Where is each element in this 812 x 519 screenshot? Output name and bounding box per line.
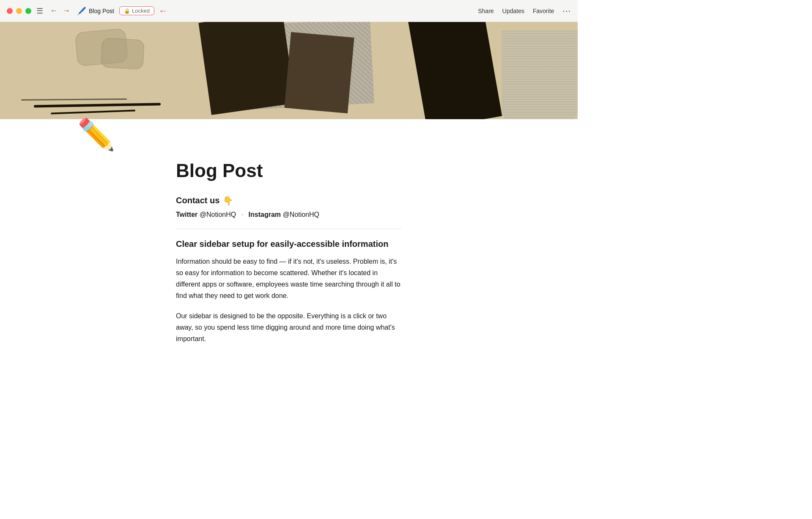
page-content: Blog Post Contact us 👇 Twitter @NotionHQ… <box>99 160 479 378</box>
instagram-handle: @NotionHQ <box>283 211 320 218</box>
contact-label: Contact us <box>176 196 219 205</box>
paragraph-2: Our sidebar is designed to be the opposi… <box>176 310 402 345</box>
lock-icon: 🔒 <box>124 8 130 14</box>
titlebar-page-title: Blog Post <box>89 8 114 14</box>
share-button[interactable]: Share <box>478 8 494 14</box>
locked-label: Locked <box>132 8 150 14</box>
contact-line: Contact us 👇 <box>176 196 402 206</box>
instagram-label: Instagram <box>249 211 281 218</box>
divider <box>176 229 402 229</box>
close-button[interactable] <box>7 8 13 14</box>
twitter-handle: @NotionHQ <box>200 211 236 218</box>
window-controls <box>7 8 31 14</box>
social-line: Twitter @NotionHQ · Instagram @NotionHQ <box>176 211 402 219</box>
paragraph-1: Information should be easy to find — if … <box>176 256 402 302</box>
nav-arrows: ← → <box>48 5 72 16</box>
page-icon-area: ✏️ <box>0 119 578 150</box>
maximize-button[interactable] <box>25 8 31 14</box>
cover-art <box>0 22 578 132</box>
contact-emoji: 👇 <box>223 196 233 206</box>
titlebar: ☰ ← → 🖊️ Blog Post 🔒 Locked ← Share Upda… <box>0 0 578 22</box>
cover-image <box>0 22 578 132</box>
updates-button[interactable]: Updates <box>502 8 524 14</box>
forward-button[interactable]: → <box>61 5 72 16</box>
twitter-label: Twitter <box>176 211 198 218</box>
menu-icon[interactable]: ☰ <box>36 6 43 16</box>
favorite-button[interactable]: Favorite <box>533 8 554 14</box>
locked-badge[interactable]: 🔒 Locked <box>119 6 154 15</box>
more-options-button[interactable]: ··· <box>562 6 571 16</box>
social-separator: · <box>241 211 243 218</box>
content-wrapper: ✏️ Blog Post Contact us 👇 Twitter @Notio… <box>0 119 578 457</box>
pencil-icon: 🖊️ <box>77 6 86 16</box>
back-button[interactable]: ← <box>48 5 59 16</box>
section-heading: Clear sidebar setup for easily-accessibl… <box>176 239 402 249</box>
titlebar-right: Share Updates Favorite ··· <box>478 6 571 16</box>
page-icon: ✏️ <box>77 117 115 151</box>
minimize-button[interactable] <box>16 8 22 14</box>
arrow-annotation: ← <box>159 5 168 16</box>
page-title: Blog Post <box>176 160 402 182</box>
